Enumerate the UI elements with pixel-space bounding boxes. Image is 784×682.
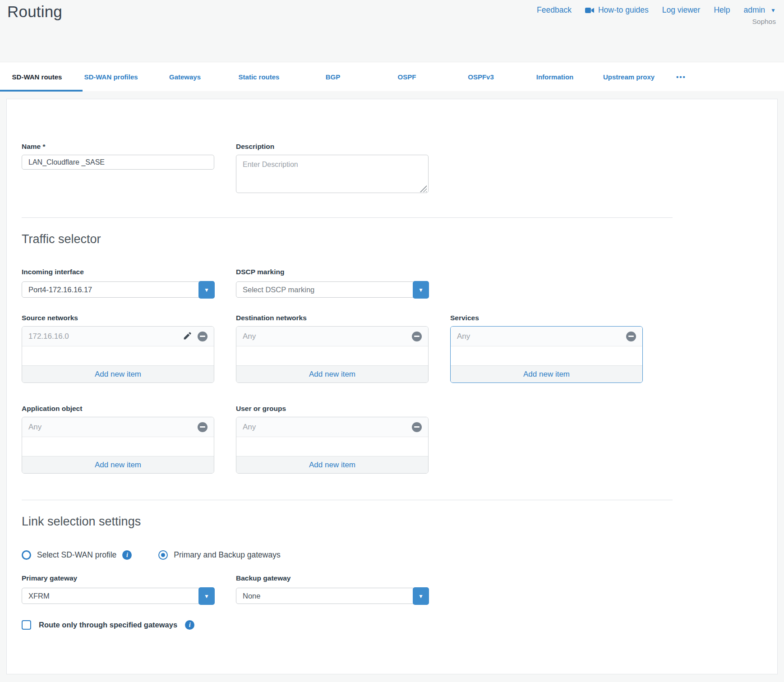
tab-label: OSPF (398, 73, 416, 81)
radio-primary-backup-gateways[interactable] (158, 550, 168, 560)
destination-networks-box: Any Add new item (236, 326, 429, 383)
dscp-marking-select[interactable]: Select DSCP marking ▼ (236, 281, 429, 298)
header-links: Feedback How-to guides Log viewer Help a… (537, 5, 776, 15)
interface-dscp-row: Incoming interface Port4-172.16.16.17 ▼ … (22, 268, 762, 298)
primary-gateway-value: XFRM (28, 592, 50, 600)
radio-primary-backup-label: Primary and Backup gateways (174, 550, 280, 560)
feedback-link[interactable]: Feedback (537, 5, 572, 15)
add-new-item-button[interactable]: Add new item (236, 365, 428, 382)
incoming-interface-value: Port4-172.16.16.17 (28, 286, 92, 294)
more-tabs-button[interactable]: ••• (666, 62, 696, 92)
brand-label: Sophos (752, 18, 776, 26)
list-item: Any (22, 417, 214, 437)
dropdown-button[interactable]: ▼ (198, 281, 215, 299)
remove-item-icon[interactable] (412, 422, 422, 432)
gateway-row: Primary gateway XFRM ▼ Backup gateway No… (22, 574, 762, 604)
tab-ospfv3[interactable]: OSPFv3 (444, 62, 518, 92)
info-icon[interactable]: i (122, 550, 132, 560)
admin-menu[interactable]: admin ▼ (743, 5, 776, 15)
app-user-row: Application object Any Add new item User… (22, 405, 762, 474)
services-box: Any Add new item (450, 326, 643, 383)
remove-item-icon[interactable] (626, 332, 636, 341)
route-only-label: Route only through specified gateways (39, 621, 177, 629)
name-label: Name * (22, 143, 214, 151)
application-object-value: Any (28, 423, 42, 432)
user-or-groups-box: Any Add new item (236, 417, 429, 474)
application-object-label: Application object (22, 405, 214, 413)
user-or-groups-label: User or groups (236, 405, 429, 413)
add-new-item-button[interactable]: Add new item (451, 365, 642, 382)
tab-label: Upstream proxy (603, 73, 655, 81)
tab-label: Gateways (169, 73, 201, 81)
tab-sdwan-profiles[interactable]: SD-WAN profiles (74, 62, 148, 92)
incoming-interface-select[interactable]: Port4-172.16.16.17 ▼ (22, 281, 214, 298)
description-textarea[interactable] (236, 155, 429, 193)
caret-down-icon: ▼ (204, 594, 209, 599)
source-network-value: 172.16.16.0 (28, 332, 69, 341)
add-new-item-button[interactable]: Add new item (236, 456, 428, 473)
dscp-marking-label: DSCP marking (236, 268, 429, 276)
tab-sdwan-routes[interactable]: SD-WAN routes (0, 62, 74, 92)
tab-static-routes[interactable]: Static routes (222, 62, 296, 92)
howto-guides-label: How-to guides (598, 5, 649, 15)
services-label: Services (450, 314, 643, 322)
backup-gateway-label: Backup gateway (236, 574, 429, 582)
route-only-checkbox[interactable] (22, 620, 31, 630)
sdwan-route-form-card: Name * Description Traffic selector Inco… (6, 99, 778, 674)
radio-sdwan-profile[interactable] (22, 550, 31, 560)
list-empty-area (236, 437, 428, 456)
tab-label: Information (536, 73, 574, 81)
log-viewer-link[interactable]: Log viewer (662, 5, 701, 15)
remove-item-icon[interactable] (198, 332, 208, 341)
howto-guides-link[interactable]: How-to guides (585, 5, 649, 15)
destination-networks-label: Destination networks (236, 314, 429, 322)
remove-item-icon[interactable] (412, 332, 422, 341)
tab-upstream-proxy[interactable]: Upstream proxy (592, 62, 666, 92)
section-divider (22, 500, 673, 500)
user-or-groups-value: Any (243, 423, 256, 432)
tab-bgp[interactable]: BGP (296, 62, 370, 92)
dropdown-button[interactable]: ▼ (198, 587, 215, 605)
destination-network-value: Any (243, 332, 256, 341)
add-new-item-button[interactable]: Add new item (22, 456, 214, 473)
page-title: Routing (7, 3, 62, 21)
tab-label: SD-WAN routes (12, 73, 62, 81)
remove-item-icon[interactable] (198, 422, 208, 432)
backup-gateway-select[interactable]: None ▼ (236, 588, 429, 604)
add-new-item-button[interactable]: Add new item (22, 365, 214, 382)
dropdown-button[interactable]: ▼ (413, 587, 429, 605)
description-label: Description (236, 143, 429, 151)
source-networks-box: 172.16.16.0 Add new item (22, 326, 214, 383)
list-item: Any (236, 327, 428, 346)
traffic-selector-heading: Traffic selector (22, 232, 762, 246)
tab-information[interactable]: Information (518, 62, 592, 92)
feedback-label: Feedback (537, 5, 572, 15)
primary-gateway-label: Primary gateway (22, 574, 214, 582)
help-link[interactable]: Help (714, 5, 730, 15)
dscp-marking-placeholder: Select DSCP marking (243, 286, 314, 294)
primary-gateway-select[interactable]: XFRM ▼ (22, 588, 214, 604)
caret-down-icon: ▼ (418, 287, 424, 293)
admin-label: admin (743, 5, 765, 15)
route-only-row: Route only through specified gateways i (22, 620, 762, 630)
routing-tabbar: SD-WAN routes SD-WAN profiles Gateways S… (0, 62, 784, 91)
tab-ospf[interactable]: OSPF (370, 62, 444, 92)
tab-label: BGP (326, 73, 341, 81)
backup-gateway-value: None (243, 592, 260, 600)
service-value: Any (457, 332, 470, 341)
tab-gateways[interactable]: Gateways (148, 62, 222, 92)
info-icon[interactable]: i (185, 620, 194, 630)
video-camera-icon (585, 7, 595, 14)
list-item: Any (451, 327, 642, 346)
help-label: Help (714, 5, 730, 15)
dropdown-button[interactable]: ▼ (413, 281, 429, 299)
name-input[interactable] (22, 155, 214, 170)
tab-label: OSPFv3 (468, 73, 494, 81)
list-item: 172.16.16.0 (22, 327, 214, 346)
list-empty-area (22, 346, 214, 365)
list-empty-area (236, 346, 428, 365)
link-selection-heading: Link selection settings (22, 515, 762, 529)
radio-sdwan-profile-label: Select SD-WAN profile (37, 550, 116, 560)
source-networks-label: Source networks (22, 314, 214, 322)
edit-pencil-icon[interactable] (182, 332, 192, 341)
